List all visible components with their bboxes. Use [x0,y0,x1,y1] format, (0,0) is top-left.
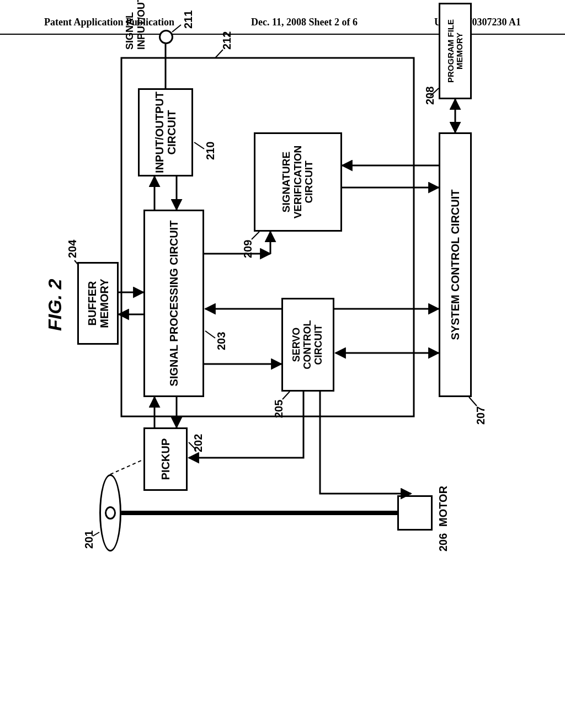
ref-208: 208 [424,87,436,105]
ref-205: 205 [273,400,285,418]
motor-block [397,495,433,531]
io-circuit-block: INPUT/OUTPUT CIRCUIT [138,88,193,176]
leader [194,142,204,149]
leader [172,25,181,32]
ref-206: 206 [437,533,450,552]
leader [215,50,223,58]
disc-center [105,506,116,520]
wire [320,392,411,494]
ref-203: 203 [215,332,228,350]
io-terminal [159,30,173,44]
ref-211: 211 [182,10,195,29]
pickup-block: PICKUP [143,427,188,491]
figure-label: FIG. 2 [44,279,66,331]
system-control-block: SYSTEM CONTROL CIRCUIT [439,132,472,397]
program-file-memory-block: PROGRAM FILE MEMORY [439,3,472,99]
signal-io-label: SIGNAL INPUT/OUTPUT [124,0,147,50]
ref-202: 202 [192,434,205,452]
leader [469,397,477,406]
ref-210: 210 [204,142,217,160]
signature-verification-block: SIGNATURE VERIFICATION CIRCUIT [254,132,342,232]
leader [205,331,215,338]
wire [189,392,303,458]
disc-pickup-dashed [110,461,141,474]
ref-207: 207 [475,406,487,425]
ref-209: 209 [242,240,254,258]
buffer-memory-block: BUFFER MEMORY [77,262,119,345]
ref-204: 204 [66,240,79,258]
leader [252,232,259,239]
ref-201: 201 [83,531,95,549]
servo-control-block: SERVO CONTROL CIRCUIT [281,298,334,392]
signal-processing-block: SIGNAL PROCESSING CIRCUIT [143,210,204,397]
motor-label: MOTOR [437,486,450,527]
spindle-shaft [121,511,397,515]
ref-212: 212 [221,31,233,50]
leader [282,392,290,399]
